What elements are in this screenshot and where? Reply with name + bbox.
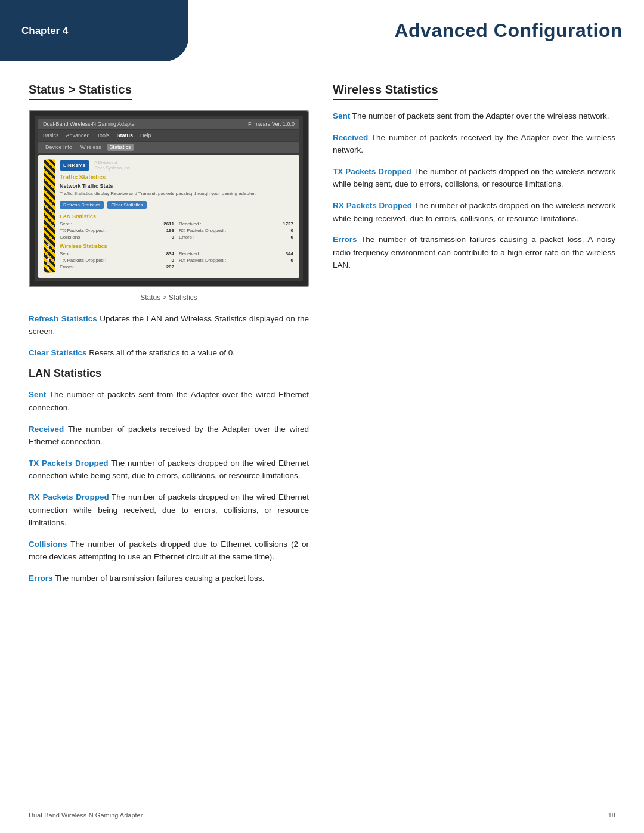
ss-lan-stats-section: LAN Statistics Sent : 2611 Received : 17…: [60, 213, 293, 240]
left-column: Status > Statistics Dual-Band Wireless-N…: [29, 83, 309, 593]
ss-content-area: LINKSYS A Division ofCisco Systems, Inc.…: [60, 160, 293, 273]
chapter-label: Chapter: [21, 25, 60, 37]
lan-sent-term: Sent: [29, 390, 46, 399]
screenshot-caption: Status > Statistics: [29, 293, 309, 302]
clear-desc-para: Clear Statistics Resets all of the stati…: [29, 346, 309, 360]
lan-rx-para: RX Packets Dropped The number of packets…: [29, 491, 309, 529]
ss-tab-deviceinfo[interactable]: Device Info: [43, 144, 75, 151]
w-received-para: Received The number of packets received …: [333, 131, 615, 157]
clear-desc-text: Resets all of the statistics to a value …: [87, 348, 235, 357]
table-row: RX Packets Dropped : 0: [179, 228, 293, 233]
ss-network-title: Network Traffic Stats: [60, 183, 293, 189]
lan-tx-term: TX Packets Dropped: [29, 459, 108, 467]
ss-refresh-btn[interactable]: Refresh Statistics: [60, 201, 104, 209]
page-header: Chapter 4 Advanced Configuration: [0, 0, 644, 61]
lan-collisions-para: Collisions The number of packets dropped…: [29, 538, 309, 563]
lan-section-title: LAN Statistics: [29, 367, 309, 380]
ss-adapter-label: A Division ofCisco Systems, Inc.: [94, 160, 131, 171]
table-row: Errors : 202: [60, 264, 174, 270]
ss-main-area: WGA600N LINKSYS A Division ofCisco Syste…: [38, 155, 299, 278]
lan-errors-para: Errors The number of transmission failur…: [29, 572, 309, 585]
ss-side-label: WGA600N: [44, 160, 55, 273]
table-row: Received : 344: [179, 251, 293, 256]
left-section-title: Status > Statistics: [29, 83, 132, 100]
lan-sent-para: Sent The number of packets sent from the…: [29, 388, 309, 414]
table-row: Errors : 0: [179, 234, 293, 240]
ss-lan-title: LAN Statistics: [60, 213, 293, 219]
ss-traffic-title: Traffic Statistics: [60, 174, 293, 181]
table-row: RX Packets Dropped : 0: [179, 258, 293, 263]
table-row: Sent : 2611: [60, 221, 174, 227]
lan-errors-term: Errors: [29, 574, 53, 583]
ss-wireless-grid: Sent : 834 Received : 344 TX Packets Dro…: [60, 251, 293, 270]
ss-nav-status[interactable]: Status: [117, 132, 134, 138]
right-column: Wireless Statistics Sent The number of p…: [333, 83, 615, 593]
ss-tab-wireless[interactable]: Wireless: [78, 144, 104, 151]
ss-linksys-logo: LINKSYS: [60, 160, 89, 171]
ss-wireless-stats-section: Wireless Statistics Sent : 834 Received …: [60, 243, 293, 270]
page-title: Advanced Configuration: [394, 20, 623, 42]
chapter-area: Chapter 4: [0, 0, 153, 61]
table-row: Sent : 834: [60, 251, 174, 256]
w-errors-desc: The number of transmission failures caus…: [333, 235, 615, 270]
header-curve: [153, 0, 188, 61]
footer-left: Dual-Band Wireless-N Gaming Adapter: [29, 812, 143, 819]
ss-nav-basics[interactable]: Basics: [43, 132, 59, 138]
w-tx-para: TX Packets Dropped The number of packets…: [333, 165, 615, 191]
page-content: Status > Statistics Dual-Band Wireless-N…: [0, 61, 644, 621]
ss-title-text: Dual-Band Wireless-N Gaming Adapter: [43, 121, 137, 127]
table-row: TX Packets Dropped : 0: [60, 258, 174, 263]
w-rx-para: RX Packets Dropped The number of packets…: [333, 199, 615, 225]
ss-title-bar: Dual-Band Wireless-N Gaming Adapter Firm…: [38, 119, 299, 129]
table-row: TX Packets Dropped : 193: [60, 228, 174, 233]
page-footer: Dual-Band Wireless-N Gaming Adapter 18: [0, 812, 644, 819]
w-sent-term: Sent: [333, 112, 350, 120]
lan-collisions-term: Collisions: [29, 540, 67, 549]
lan-tx-para: TX Packets Dropped The number of packets…: [29, 457, 309, 482]
screenshot-box: Dual-Band Wireless-N Gaming Adapter Firm…: [29, 110, 309, 287]
lan-collisions-desc: The number of packets dropped due to Eth…: [29, 540, 309, 562]
refresh-desc-para: Refresh Statistics Updates the LAN and W…: [29, 312, 309, 338]
chapter-number: 4: [60, 25, 68, 37]
w-sent-para: Sent The number of packets sent from the…: [333, 110, 615, 123]
lan-received-desc: The number of packets received by the Ad…: [29, 425, 309, 447]
ss-traffic-desc: Traffic Statistics display Receive and T…: [60, 191, 293, 197]
lan-received-term: Received: [29, 425, 64, 433]
header-title-area: Advanced Configuration: [188, 0, 644, 61]
w-rx-term: RX Packets Dropped: [333, 201, 412, 210]
clear-term: Clear Statistics: [29, 348, 87, 357]
ss-clear-btn[interactable]: Clear Statistics: [107, 201, 146, 209]
lan-errors-desc: The number of transmission failures caus…: [53, 574, 265, 583]
w-received-desc: The number of packets received by the Ad…: [333, 133, 615, 155]
lan-sent-desc: The number of packets sent from the Adap…: [29, 390, 309, 412]
ss-nav-tools[interactable]: Tools: [97, 132, 110, 138]
lan-received-para: Received The number of packets received …: [29, 423, 309, 448]
table-row: Collisions : 0: [60, 234, 174, 240]
ss-tab-statistics[interactable]: Statistics: [107, 144, 134, 151]
right-section-title: Wireless Statistics: [333, 83, 438, 100]
ss-lan-grid: Sent : 2611 Received : 1727 TX Packets D…: [60, 221, 293, 240]
w-tx-term: TX Packets Dropped: [333, 167, 411, 176]
ss-buttons: Refresh Statistics Clear Statistics: [60, 201, 293, 209]
w-errors-para: Errors The number of transmission failur…: [333, 233, 615, 272]
w-received-term: Received: [333, 133, 368, 142]
table-row: Received : 1727: [179, 221, 293, 227]
ss-nav: Basics Advanced Tools Status Help: [38, 130, 299, 141]
footer-right: 18: [608, 812, 615, 819]
ss-tabs: Device Info Wireless Statistics: [38, 142, 299, 153]
lan-rx-term: RX Packets Dropped: [29, 493, 109, 501]
ss-wireless-title: Wireless Statistics: [60, 243, 293, 249]
ss-nav-advanced[interactable]: Advanced: [66, 132, 90, 138]
w-errors-term: Errors: [333, 235, 357, 244]
ss-version: Firmware Ver. 1.0.0: [248, 121, 295, 127]
w-sent-desc: The number of packets sent from the Adap…: [350, 112, 609, 120]
screenshot-inner: Dual-Band Wireless-N Gaming Adapter Firm…: [35, 116, 303, 281]
refresh-term: Refresh Statistics: [29, 314, 97, 323]
ss-nav-help[interactable]: Help: [140, 132, 151, 138]
ss-logo-area: LINKSYS A Division ofCisco Systems, Inc.: [60, 160, 293, 171]
